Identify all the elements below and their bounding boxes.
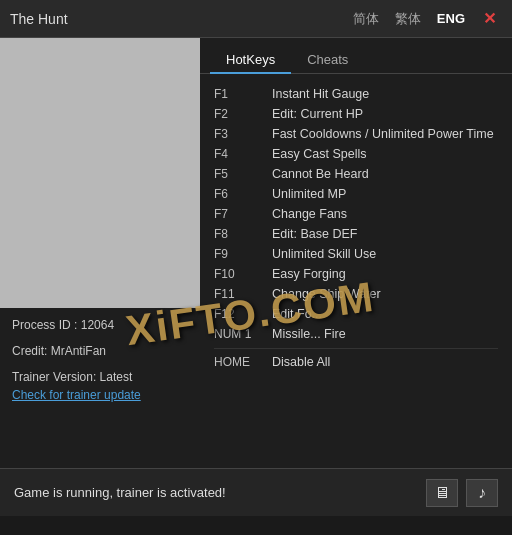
main-area: Process ID : 12064 Credit: MrAntiFan Tra… — [0, 38, 512, 468]
tab-cheats[interactable]: Cheats — [291, 46, 364, 73]
credit-label: Credit: — [12, 344, 47, 358]
title-bar: The Hunt 简体 繁体 ENG ✕ — [0, 0, 512, 38]
hotkey-key: F5 — [214, 167, 264, 181]
hotkey-row: F12Edit Fo... — [214, 304, 498, 324]
tab-hotkeys[interactable]: HotKeys — [210, 46, 291, 73]
hotkey-row: F8Edit: Base DEF — [214, 224, 498, 244]
hotkey-label: Edit Fo... — [272, 307, 322, 321]
tabs: HotKeys Cheats — [200, 38, 512, 74]
status-icons: 🖥 ♪ — [426, 479, 498, 507]
hotkey-row: F10Easy Forging — [214, 264, 498, 284]
process-id-value: 12064 — [81, 318, 114, 332]
hotkey-key: HOME — [214, 355, 264, 369]
hotkey-label: Edit: Current HP — [272, 107, 363, 121]
hotkey-key: F3 — [214, 127, 264, 141]
hotkey-key: F7 — [214, 207, 264, 221]
status-bar: Game is running, trainer is activated! 🖥… — [0, 468, 512, 516]
hotkey-label: Easy Cast Spells — [272, 147, 366, 161]
hotkey-label: Edit: Base DEF — [272, 227, 357, 241]
hotkey-row: F5Cannot Be Heard — [214, 164, 498, 184]
hotkey-key: F1 — [214, 87, 264, 101]
hotkey-label: Change Ship Water — [272, 287, 381, 301]
hotkey-row: F4Easy Cast Spells — [214, 144, 498, 164]
hotkey-key: F8 — [214, 227, 264, 241]
trainer-version: Trainer Version: Latest — [12, 370, 188, 384]
hotkey-label: Unlimited Skill Use — [272, 247, 376, 261]
hotkey-key: F11 — [214, 287, 264, 301]
hotkeys-list: F1Instant Hit GaugeF2Edit: Current HPF3F… — [200, 74, 512, 468]
process-id-row: Process ID : 12064 — [12, 318, 188, 332]
lang-english[interactable]: ENG — [433, 9, 469, 28]
hotkey-label: Cannot Be Heard — [272, 167, 369, 181]
game-image — [0, 38, 200, 308]
hotkey-row: HOMEDisable All — [214, 348, 498, 369]
hotkey-label: Unlimited MP — [272, 187, 346, 201]
hotkey-row: F6Unlimited MP — [214, 184, 498, 204]
hotkey-row: F9Unlimited Skill Use — [214, 244, 498, 264]
lang-traditional[interactable]: 繁体 — [391, 8, 425, 30]
monitor-icon[interactable]: 🖥 — [426, 479, 458, 507]
hotkey-key: F12 — [214, 307, 264, 321]
left-panel: Process ID : 12064 Credit: MrAntiFan Tra… — [0, 38, 200, 468]
window-title: The Hunt — [10, 11, 68, 27]
process-info: Process ID : 12064 Credit: MrAntiFan Tra… — [0, 308, 200, 468]
music-icon[interactable]: ♪ — [466, 479, 498, 507]
hotkey-key: F9 — [214, 247, 264, 261]
lang-simplified[interactable]: 简体 — [349, 8, 383, 30]
hotkey-row: F3Fast Cooldowns / Unlimited Power Time — [214, 124, 498, 144]
right-panel: HotKeys Cheats F1Instant Hit GaugeF2Edit… — [200, 38, 512, 468]
close-button[interactable]: ✕ — [477, 7, 502, 30]
hotkey-key: F4 — [214, 147, 264, 161]
credit-row: Credit: MrAntiFan — [12, 344, 188, 358]
hotkey-key: F2 — [214, 107, 264, 121]
hotkey-row: F11Change Ship Water — [214, 284, 498, 304]
hotkey-label: Fast Cooldowns / Unlimited Power Time — [272, 127, 494, 141]
hotkey-row: F1Instant Hit Gauge — [214, 84, 498, 104]
hotkey-label: Instant Hit Gauge — [272, 87, 369, 101]
hotkey-label: Change Fans — [272, 207, 347, 221]
update-link[interactable]: Check for trainer update — [12, 388, 188, 402]
hotkey-label: Easy Forging — [272, 267, 346, 281]
hotkey-row: NUM 1Missile... Fire — [214, 324, 498, 344]
hotkey-key: NUM 1 — [214, 327, 264, 341]
process-id-label: Process ID : — [12, 318, 77, 332]
hotkey-key: F6 — [214, 187, 264, 201]
hotkey-key: F10 — [214, 267, 264, 281]
credit-value: MrAntiFan — [51, 344, 106, 358]
hotkey-row: F7Change Fans — [214, 204, 498, 224]
hotkey-label: Missile... Fire — [272, 327, 346, 341]
status-message: Game is running, trainer is activated! — [14, 485, 226, 500]
language-controls: 简体 繁体 ENG ✕ — [349, 7, 502, 30]
hotkey-label: Disable All — [272, 355, 330, 369]
hotkey-row: F2Edit: Current HP — [214, 104, 498, 124]
